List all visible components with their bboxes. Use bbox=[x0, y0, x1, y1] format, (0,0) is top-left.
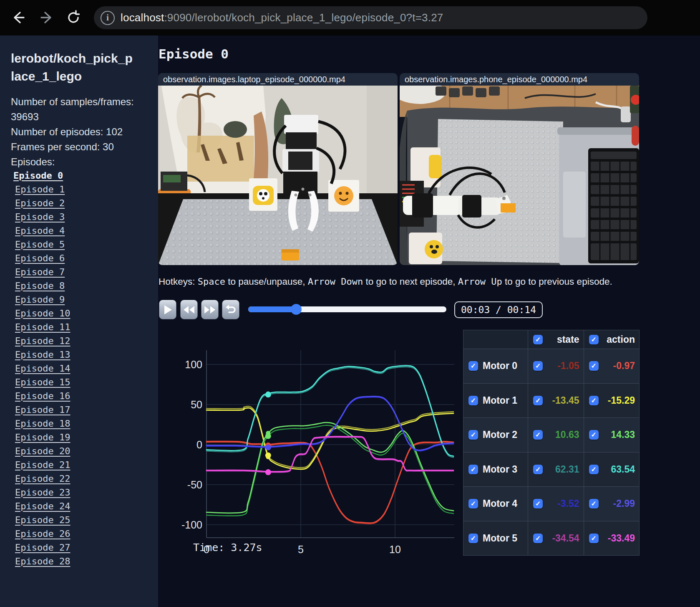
action-column-checkbox[interactable]: ✓ bbox=[589, 335, 599, 344]
motor-action-checkbox[interactable]: ✓ bbox=[589, 499, 599, 508]
motor-action-checkbox[interactable]: ✓ bbox=[589, 361, 599, 371]
sidebar-episode-link[interactable]: Episode 15 bbox=[15, 375, 70, 389]
motor-row-checkbox[interactable]: ✓ bbox=[468, 396, 478, 405]
motor-table-header: ✓ state ✓ action bbox=[463, 330, 639, 349]
motor-state-checkbox[interactable]: ✓ bbox=[533, 465, 543, 474]
motor-state-checkbox[interactable]: ✓ bbox=[533, 534, 543, 543]
stat-fps: Frames per second: 30 bbox=[11, 139, 135, 154]
sidebar-episode-link[interactable]: Episode 5 bbox=[15, 238, 65, 251]
page: i localhost:9090/lerobot/koch_pick_place… bbox=[0, 0, 700, 607]
site-info-icon[interactable]: i bbox=[101, 11, 115, 25]
video-phone-caption: observation.images.phone_episode_000000.… bbox=[400, 73, 639, 86]
sidebar-episode-link[interactable]: Episode 24 bbox=[15, 499, 70, 513]
motor-row-checkbox[interactable]: ✓ bbox=[468, 499, 478, 508]
motor-action-checkbox[interactable]: ✓ bbox=[589, 396, 599, 405]
motor-action-checkbox[interactable]: ✓ bbox=[589, 465, 599, 474]
sidebar-episode-link[interactable]: Episode 8 bbox=[15, 279, 65, 293]
rewind-button[interactable] bbox=[180, 300, 198, 319]
sidebar-episode-link[interactable]: Episode 0 bbox=[13, 169, 63, 182]
seek-slider[interactable] bbox=[248, 306, 446, 312]
main-content: Episode 0 observation.images.laptop_epis… bbox=[158, 35, 700, 607]
motor-name: Motor 0 bbox=[483, 360, 517, 372]
motor-action-value: -33.49 bbox=[599, 533, 635, 544]
url-host: localhost bbox=[121, 11, 164, 24]
sidebar-episode-link[interactable]: Episode 16 bbox=[15, 389, 70, 403]
sidebar-episode-link[interactable]: Episode 11 bbox=[15, 320, 70, 334]
reload-icon[interactable] bbox=[63, 8, 83, 28]
sidebar-episode-link[interactable]: Episode 12 bbox=[15, 334, 70, 348]
video-laptop-caption: observation.images.laptop_episode_000000… bbox=[158, 73, 398, 86]
sidebar-episode-link[interactable]: Episode 28 bbox=[15, 554, 70, 568]
address-bar[interactable]: i localhost:9090/lerobot/koch_pick_place… bbox=[94, 6, 647, 29]
sidebar-episode-link[interactable]: Episode 17 bbox=[15, 403, 70, 417]
sidebar-episode-link[interactable]: Episode 3 bbox=[15, 210, 65, 224]
motor-action-checkbox[interactable]: ✓ bbox=[589, 534, 599, 543]
sidebar-episode-link[interactable]: Episode 20 bbox=[15, 444, 70, 458]
sidebar-episode-link[interactable]: Episode 10 bbox=[15, 306, 70, 320]
hotkeys-segment: Arrow Down bbox=[308, 276, 363, 287]
video-phone-frame[interactable] bbox=[400, 86, 639, 265]
motor-row-checkbox[interactable]: ✓ bbox=[468, 361, 478, 371]
motor-state-checkbox[interactable]: ✓ bbox=[533, 396, 543, 405]
motor-action-value: 14.33 bbox=[599, 429, 635, 440]
svg-text:5: 5 bbox=[298, 544, 304, 555]
motor-state-value: -3.52 bbox=[543, 498, 579, 509]
sidebar-episode-link[interactable]: Episode 21 bbox=[15, 458, 70, 472]
motor-state-value: -34.54 bbox=[543, 533, 579, 544]
stat-samples: Number of samples/frames: 39693 bbox=[11, 94, 135, 124]
motor-action-value: -15.29 bbox=[599, 395, 635, 406]
episodes-label: Episodes: bbox=[11, 154, 135, 169]
sidebar-episode-link[interactable]: Episode 19 bbox=[15, 430, 70, 444]
sidebar-episode-link[interactable]: Episode 27 bbox=[15, 541, 70, 554]
motor-state-checkbox[interactable]: ✓ bbox=[533, 499, 543, 508]
sidebar-episode-link[interactable]: Episode 18 bbox=[15, 417, 70, 430]
action-column-label: action bbox=[599, 334, 635, 345]
loop-button[interactable] bbox=[222, 300, 239, 319]
hotkeys-segment: to go to next episode, bbox=[363, 276, 458, 287]
header-empty-cell bbox=[463, 330, 528, 349]
sidebar-episode-link[interactable]: Episode 22 bbox=[15, 472, 70, 486]
svg-text:100: 100 bbox=[185, 359, 202, 370]
state-column-label: state bbox=[543, 334, 579, 345]
back-icon[interactable] bbox=[8, 8, 28, 28]
video-laptop-frame[interactable] bbox=[158, 86, 398, 265]
sidebar-episode-link[interactable]: Episode 4 bbox=[15, 224, 65, 238]
state-column-checkbox[interactable]: ✓ bbox=[533, 335, 543, 344]
url-text[interactable]: localhost:9090/lerobot/koch_pick_place_1… bbox=[121, 11, 443, 24]
video-phone[interactable]: observation.images.phone_episode_000000.… bbox=[400, 73, 639, 265]
motor-state-checkbox[interactable]: ✓ bbox=[533, 430, 543, 440]
sidebar-episode-link[interactable]: Episode 23 bbox=[15, 486, 70, 499]
motor-name: Motor 5 bbox=[483, 533, 517, 544]
motor-row-checkbox[interactable]: ✓ bbox=[468, 465, 478, 474]
motor-state-value: -13.45 bbox=[543, 395, 579, 406]
sidebar-episode-link[interactable]: Episode 1 bbox=[15, 182, 65, 196]
sidebar-episode-link[interactable]: Episode 9 bbox=[15, 293, 65, 306]
seek-slider-thumb[interactable] bbox=[291, 304, 302, 315]
hotkeys-segment: to go to previous episode. bbox=[502, 276, 612, 287]
sidebar-episode-link[interactable]: Episode 2 bbox=[15, 196, 65, 210]
video-laptop[interactable]: observation.images.laptop_episode_000000… bbox=[158, 73, 398, 265]
motor-table-row: ✓Motor 3✓62.31✓63.54 bbox=[463, 452, 639, 487]
hotkeys-segment: Space bbox=[198, 276, 225, 287]
motor-row-checkbox[interactable]: ✓ bbox=[468, 430, 478, 440]
episode-list: Episode 0Episode 1Episode 2Episode 3Epis… bbox=[0, 169, 158, 568]
seek-slider-fill bbox=[248, 306, 296, 312]
motor-state-value: 10.63 bbox=[543, 429, 579, 440]
sidebar-episode-link[interactable]: Episode 25 bbox=[15, 513, 70, 527]
motor-state-checkbox[interactable]: ✓ bbox=[533, 361, 543, 371]
motor-chart: 100500-50-1000510 bbox=[158, 330, 455, 567]
fast-forward-button[interactable] bbox=[201, 300, 219, 319]
play-button[interactable] bbox=[159, 300, 176, 319]
sidebar-episode-link[interactable]: Episode 14 bbox=[15, 362, 70, 375]
sidebar-episode-link[interactable]: Episode 7 bbox=[15, 265, 65, 279]
motor-state-value: 62.31 bbox=[543, 464, 579, 475]
chart-time-label: Time: 3.27s bbox=[193, 541, 262, 554]
motor-row-checkbox[interactable]: ✓ bbox=[468, 534, 478, 543]
forward-icon[interactable] bbox=[37, 8, 57, 28]
motor-table-row: ✓Motor 1✓-13.45✓-15.29 bbox=[463, 383, 639, 418]
sidebar-episode-link[interactable]: Episode 6 bbox=[15, 251, 65, 265]
motor-action-checkbox[interactable]: ✓ bbox=[589, 430, 599, 440]
sidebar-episode-link[interactable]: Episode 26 bbox=[15, 527, 70, 541]
sidebar-episode-link[interactable]: Episode 13 bbox=[15, 348, 70, 362]
hotkeys-help: Hotkeys: Space to pause/unpause, Arrow D… bbox=[159, 276, 612, 287]
